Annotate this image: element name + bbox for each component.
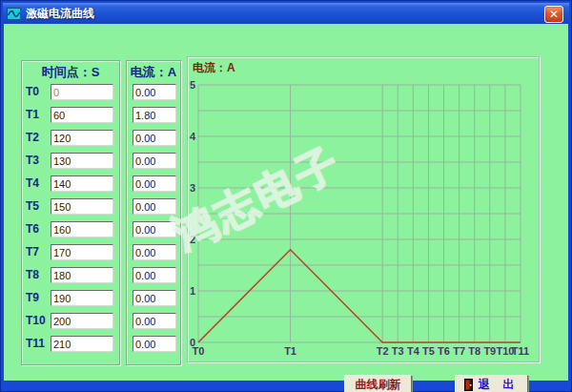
current-input-T4[interactable] — [133, 175, 176, 192]
current-input-T10[interactable] — [133, 313, 176, 329]
curve-app-icon — [7, 8, 21, 20]
time-input-T11[interactable] — [51, 336, 113, 352]
svg-text:T7: T7 — [453, 345, 465, 357]
svg-text:T8: T8 — [468, 345, 480, 357]
time-input-T4[interactable] — [51, 175, 113, 192]
current-input-T1[interactable] — [133, 107, 176, 123]
time-input-T1[interactable] — [51, 107, 113, 123]
time-input-T0[interactable] — [51, 84, 113, 100]
current-input-T3[interactable] — [133, 153, 176, 169]
exit-door-icon — [464, 379, 473, 391]
current-input-T7[interactable] — [133, 244, 176, 260]
row-label-T9: T9 — [26, 290, 49, 306]
chart-y-axis-title: 电流：A — [193, 60, 235, 76]
row-label-T4: T4 — [26, 175, 49, 192]
exit-button[interactable]: 退 出 — [455, 375, 528, 392]
current-input-T9[interactable] — [133, 290, 176, 306]
svg-text:T11: T11 — [512, 345, 529, 357]
row-label-T5: T5 — [26, 198, 49, 215]
time-input-T5[interactable] — [51, 198, 113, 215]
row-label-T8: T8 — [26, 267, 49, 283]
time-input-T2[interactable] — [51, 130, 113, 146]
svg-text:4: 4 — [190, 131, 196, 142]
time-input-T9[interactable] — [51, 290, 113, 306]
row-label-T10: T10 — [26, 313, 49, 329]
current-input-T6[interactable] — [133, 221, 176, 237]
close-icon[interactable]: ✕ — [544, 6, 563, 23]
svg-text:T0: T0 — [193, 345, 205, 357]
svg-text:1: 1 — [190, 285, 195, 297]
time-column-header: 时间点：S — [22, 64, 119, 81]
svg-text:T9: T9 — [483, 345, 496, 357]
row-label-T7: T7 — [26, 244, 49, 260]
time-input-T8[interactable] — [51, 267, 113, 283]
current-groupbox: 电流：A — [126, 60, 181, 365]
current-input-T8[interactable] — [133, 267, 176, 283]
row-label-T11: T11 — [26, 336, 49, 352]
svg-text:T3: T3 — [392, 345, 404, 357]
svg-text:5: 5 — [190, 79, 195, 91]
dialog-body: 时间点：S T0T1T2T3T4T5T6T7T8T9T10T11 电流：A 01… — [4, 24, 568, 381]
time-input-T6[interactable] — [51, 221, 113, 237]
row-label-T1: T1 — [26, 107, 49, 123]
current-input-T2[interactable] — [133, 130, 176, 146]
window-title: 激磁电流曲线 — [26, 6, 94, 22]
chart-plot-area: 012345T0T1T2T3T4T5T6T7T8T9T10T11 — [188, 57, 539, 361]
current-column-header: 电流：A — [127, 64, 180, 81]
row-label-T6: T6 — [26, 221, 49, 237]
exit-button-label: 退 出 — [479, 377, 519, 392]
titlebar[interactable]: 激磁电流曲线 ✕ — [3, 3, 569, 24]
dialog-window: 激磁电流曲线 ✕ 时间点：S T0T1T2T3T4T5T6T7T8T9T10T1… — [0, 0, 572, 392]
current-input-T11[interactable] — [133, 336, 176, 352]
row-label-T0: T0 — [26, 84, 49, 100]
current-input-T0[interactable] — [133, 84, 176, 100]
current-input-T5[interactable] — [133, 198, 176, 215]
time-input-T7[interactable] — [51, 244, 113, 260]
svg-text:T5: T5 — [422, 345, 435, 357]
svg-text:T1: T1 — [284, 345, 296, 357]
svg-text:3: 3 — [190, 182, 195, 194]
row-label-T3: T3 — [26, 153, 49, 169]
time-input-T10[interactable] — [51, 313, 113, 329]
svg-text:T2: T2 — [377, 345, 389, 357]
row-label-T2: T2 — [26, 130, 49, 146]
svg-text:2: 2 — [190, 234, 195, 245]
time-groupbox: 时间点：S T0T1T2T3T4T5T6T7T8T9T10T11 — [21, 60, 120, 365]
svg-text:T4: T4 — [407, 345, 420, 357]
svg-text:T6: T6 — [438, 345, 450, 357]
curve-refresh-button[interactable]: 曲线刷新 — [344, 375, 412, 392]
time-input-T3[interactable] — [51, 153, 113, 169]
current-curve-chart: 012345T0T1T2T3T4T5T6T7T8T9T10T11 电流：A 鸿志… — [187, 56, 540, 362]
